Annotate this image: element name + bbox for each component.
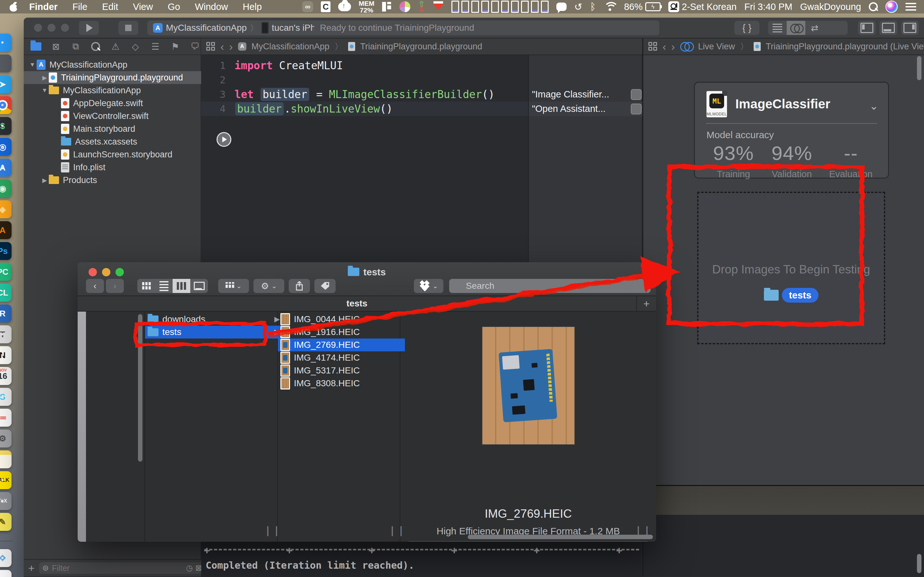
creative-cloud-icon[interactable]: ∞	[302, 1, 313, 12]
notification-center-icon[interactable]	[905, 3, 916, 11]
window-zoom-button[interactable]	[61, 24, 69, 32]
toggle-inspector-button[interactable]	[901, 21, 919, 35]
dock-sketch[interactable]: ◆	[0, 200, 11, 218]
tag-button[interactable]	[314, 279, 336, 293]
dock-notes[interactable]	[0, 450, 11, 468]
cpu-core-bars[interactable]	[451, 1, 549, 13]
clock[interactable]: Fri 3:40 PM	[744, 2, 792, 12]
column-resize-handle[interactable]: ❘❘	[634, 525, 652, 536]
search-tab[interactable]	[90, 41, 102, 52]
battery-indicator[interactable]: 86%ϟ	[624, 2, 661, 12]
nav-row-products[interactable]: ▶Products	[24, 174, 217, 187]
dock-calendar[interactable]: NOV16	[0, 367, 11, 385]
nav-row-viewcontroller-swift[interactable]: ViewController.swift	[24, 110, 229, 122]
chevron-down-icon[interactable]: ⌄	[869, 99, 879, 112]
forward-button[interactable]: ›	[106, 279, 124, 293]
menu-edit[interactable]: Edit	[102, 2, 118, 12]
nav-row-info-plist[interactable]: Info.plist	[24, 161, 229, 174]
run-button[interactable]	[79, 21, 99, 35]
tests-tab[interactable]: ◇	[129, 41, 141, 52]
assistant-editor-button[interactable]	[787, 21, 805, 35]
breakpoints-tab[interactable]: ⚑	[170, 41, 181, 52]
dock-system-preferences[interactable]: ⚙	[0, 430, 11, 448]
list-view-button[interactable]	[155, 279, 173, 293]
menu-window[interactable]: Window	[195, 2, 228, 12]
coverflow-view-button[interactable]	[190, 279, 208, 293]
show-result-button[interactable]	[631, 89, 642, 100]
dropbox-button[interactable]: ⌄	[414, 279, 443, 293]
window-tiler-icon[interactable]	[382, 2, 392, 11]
scrollbar[interactable]	[138, 314, 142, 462]
library-button[interactable]: { }	[734, 21, 759, 35]
disk-usage-pie-icon[interactable]	[399, 1, 410, 12]
column-resize-handle[interactable]: ❘❘	[388, 525, 405, 536]
time-machine-icon[interactable]: ↺	[574, 1, 582, 13]
dock-r-app[interactable]: R	[0, 305, 11, 322]
file-row-img-5317-heic[interactable]: IMG_5317.HEIC	[278, 364, 405, 377]
spotlight-icon[interactable]	[869, 2, 878, 11]
nav-row-main-storyboard[interactable]: Main.storyboard	[24, 122, 229, 135]
back-chevron-icon[interactable]: ‹	[220, 40, 224, 53]
toggle-debug-button[interactable]	[879, 21, 897, 35]
dock-reminders[interactable]: ≔	[0, 409, 11, 427]
dock-clion[interactable]: CL	[0, 284, 11, 301]
menu-view[interactable]: View	[133, 2, 153, 12]
column-resize-handle[interactable]: ❘❘	[264, 525, 281, 536]
result-row[interactable]: "Image Classifier...	[529, 87, 645, 102]
input-source-menu[interactable]: 2-Set Korean	[668, 1, 737, 12]
standard-editor-button[interactable]	[768, 21, 787, 35]
scrollbar[interactable]	[917, 56, 921, 80]
folder-row-tests[interactable]: tests▶	[145, 326, 282, 338]
window-minimize-button[interactable]	[47, 24, 55, 32]
window-close-button[interactable]	[34, 24, 42, 32]
network-arrows-icon[interactable]: ⇧⇩	[418, 2, 425, 12]
file-row-img-0044-heic[interactable]: IMG_0044.HEIC	[278, 313, 405, 326]
search-input[interactable]	[449, 279, 651, 293]
add-button[interactable]: +	[28, 562, 35, 574]
sidebar-edge[interactable]	[78, 311, 86, 542]
version-editor-button[interactable]: ⇄	[805, 21, 824, 35]
dock-itunes[interactable]: ♪	[0, 570, 11, 577]
menu-go[interactable]: Go	[168, 2, 180, 12]
group-button[interactable]: ⌄	[218, 279, 249, 293]
dock-pycharm[interactable]: PC	[0, 263, 11, 281]
symbol-navigator-tab[interactable]: ⧉	[70, 41, 81, 52]
dock-illustrator[interactable]: A	[0, 221, 11, 239]
filter-options-icons[interactable]: ◷⊠	[186, 564, 202, 572]
source-control-tab[interactable]: ⊠	[50, 41, 61, 52]
cloud-upload-icon[interactable]	[338, 2, 351, 11]
scrollbar[interactable]	[917, 554, 921, 573]
show-result-button[interactable]	[631, 103, 642, 114]
breadcrumb-file[interactable]: TriainingPlayground.playground	[360, 42, 482, 52]
icon-view-button[interactable]	[137, 279, 155, 293]
drop-images-zone[interactable]: Drop Images To Begin Testing tests	[697, 192, 885, 344]
dock-stickies[interactable]: ✎	[0, 513, 11, 531]
nav-row-appdelegate-swift[interactable]: AppDelegate.swift	[24, 97, 229, 110]
result-row[interactable]: "Open Assistant...	[529, 102, 645, 116]
related-items-icon[interactable]	[206, 42, 215, 51]
project-navigator-tab[interactable]	[30, 41, 42, 52]
dock-photoshop[interactable]: Ps	[0, 242, 11, 260]
share-button[interactable]	[289, 279, 310, 293]
chat-bubble-icon[interactable]	[556, 3, 567, 11]
bluetooth-icon[interactable]: ᛒ	[590, 1, 596, 12]
playground-run-button[interactable]	[216, 132, 231, 147]
back-chevron-icon[interactable]: ‹	[662, 40, 666, 53]
breadcrumb-live-file[interactable]: TriainingPlayground.playground (Live Vie…	[766, 42, 924, 52]
user-menu[interactable]: GwakDoyoung	[800, 2, 861, 12]
menu-finder[interactable]: Finder	[29, 2, 58, 12]
siri-icon[interactable]	[885, 1, 898, 13]
related-items-icon[interactable]	[648, 42, 657, 51]
breadcrumb-project[interactable]: MyClassificationApp	[252, 42, 330, 52]
tab-tests[interactable]: tests	[78, 298, 636, 309]
download-triangle-icon[interactable]	[433, 3, 444, 10]
file-row-img-2769-heic[interactable]: IMG_2769.HEIC	[278, 338, 405, 351]
new-tab-button[interactable]: +	[636, 296, 656, 311]
horizontal-scrollbar[interactable]	[468, 535, 653, 539]
folder-row-downloads[interactable]: downloads▶	[145, 313, 282, 326]
breadcrumb-live-view[interactable]: Live View	[698, 42, 735, 52]
dock-orca[interactable]	[0, 55, 11, 73]
apple-menu-icon[interactable]	[10, 2, 18, 11]
back-button[interactable]: ‹	[86, 279, 104, 293]
file-row-img-8308-heic[interactable]: IMG_8308.HEIC	[278, 377, 405, 390]
